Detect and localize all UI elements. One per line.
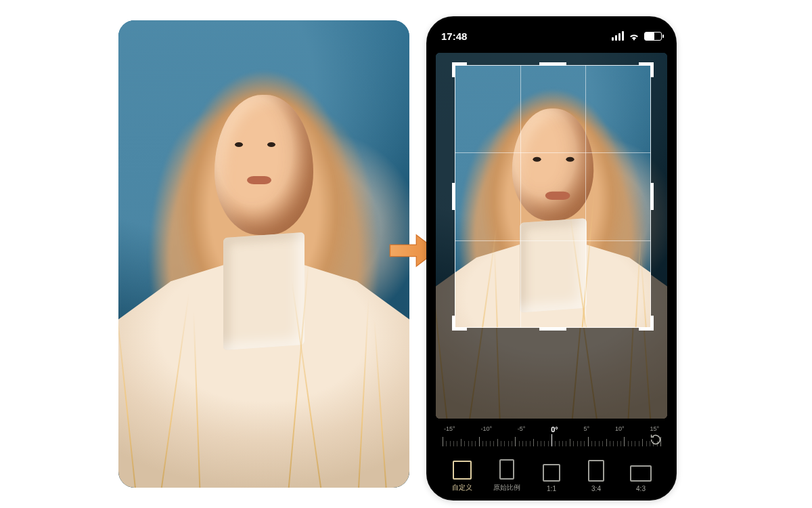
ruler-label: 5° [584,425,590,433]
ratio-label: 自定义 [452,483,472,492]
ratio-label: 4:3 [636,485,646,492]
reset-rotation-icon[interactable] [648,432,664,448]
crop-handle-right[interactable] [650,183,654,210]
ruler-ticks[interactable] [443,436,660,450]
ratio-shape-icon [499,459,514,480]
crop-box[interactable] [455,65,651,328]
phone-frame: 17:48 [426,16,677,501]
crop-handle-left[interactable] [452,183,455,210]
battery-icon [644,32,662,41]
ratio-option-original[interactable]: 原始比例 [491,459,522,492]
source-photo [118,20,409,488]
crop-handle-top[interactable] [539,62,566,66]
ruler-label: -15° [444,425,455,433]
ratio-option-custom[interactable]: 自定义 [447,461,478,492]
ratio-shape-icon [588,460,604,482]
ruler-label: -10° [480,425,492,433]
ruler-label: 0° [551,425,558,433]
wifi-icon [628,31,640,41]
ruler-label: -5° [518,425,526,433]
crop-handle-bottom[interactable] [539,327,566,331]
status-time: 17:48 [441,30,467,42]
ratio-label: 1:1 [547,485,556,492]
aspect-ratio-bar: 自定义原始比例1:13:44:3 [428,452,675,492]
ratio-shape-icon [453,461,472,480]
ratio-shape-icon [630,465,652,482]
ratio-option-r11[interactable]: 1:1 [536,464,567,492]
cellular-icon [612,31,624,41]
crop-canvas[interactable] [436,53,667,419]
ratio-label: 3:4 [591,485,601,492]
ruler-label: 10° [615,425,625,433]
ratio-label: 原始比例 [493,483,520,492]
ratio-option-r34[interactable]: 3:4 [581,460,612,492]
status-bar: 17:48 [428,18,675,47]
ratio-shape-icon [543,464,560,482]
ratio-option-r43[interactable]: 4:3 [625,465,656,492]
